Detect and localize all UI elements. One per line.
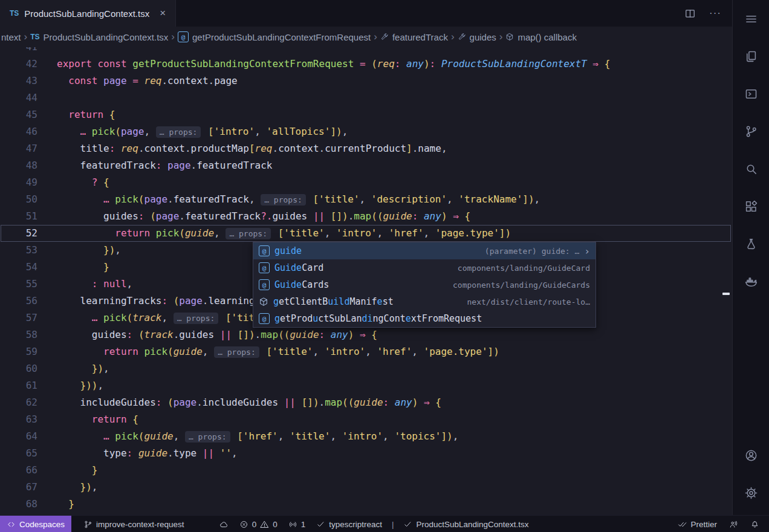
suggestion-label: guide bbox=[274, 245, 302, 256]
branch-indicator[interactable]: improve-context-request bbox=[82, 520, 186, 529]
activity-bar bbox=[732, 0, 769, 515]
status-bar-right: Prettier bbox=[677, 516, 769, 532]
code-line-69[interactable]: 69} bbox=[0, 513, 732, 515]
line-number: 43 bbox=[0, 73, 37, 89]
suggestion-item-3[interactable]: getClientBuildManifestnext/dist/client/r… bbox=[253, 293, 595, 310]
suggestion-item-4[interactable]: @getProductSubLandingContextFromRequest bbox=[253, 310, 595, 327]
code-text: } bbox=[57, 496, 74, 513]
suggestion-detail: next/dist/client/route-lo… bbox=[467, 297, 591, 307]
testing-beaker-icon[interactable] bbox=[737, 230, 765, 258]
code-line-66[interactable]: 66 } bbox=[0, 462, 732, 479]
check-icon bbox=[403, 520, 412, 529]
file-lint-status[interactable]: ProductSubLandingContext.tsx bbox=[402, 520, 530, 529]
breadcrumb-item-5[interactable]: map() callback bbox=[505, 32, 577, 42]
breadcrumb-item-1[interactable]: TSProductSubLandingContext.tsx bbox=[30, 32, 168, 42]
overview-ruler-marker bbox=[722, 293, 730, 295]
code-line-59[interactable]: 59 return pick(guide, … props: ['title',… bbox=[0, 343, 732, 360]
more-actions-icon[interactable]: ··· bbox=[709, 7, 721, 19]
breadcrumb-item-4[interactable]: guides bbox=[458, 32, 496, 42]
code-line-52[interactable]: 52 return pick(guide, … props: ['title',… bbox=[0, 225, 732, 242]
code-text: guides: (track.guides || []).map((guide:… bbox=[57, 326, 377, 343]
code-line-61[interactable]: 61 })), bbox=[0, 377, 732, 394]
code-text: } bbox=[57, 462, 97, 479]
ports-indicator[interactable]: 1 bbox=[287, 520, 307, 529]
explorer-copy-icon[interactable] bbox=[737, 42, 765, 70]
remote-indicator-codespaces[interactable]: Codespaces bbox=[0, 516, 71, 532]
breadcrumb-separator-icon: › bbox=[171, 31, 175, 43]
suggestion-detail: components/landing/GuideCards bbox=[453, 281, 590, 290]
line-number: 55 bbox=[0, 276, 37, 293]
code-line-41[interactable]: 41 bbox=[0, 47, 732, 56]
cloud-icon bbox=[219, 520, 229, 529]
code-text: … pick(guide, … props: ['href', 'title',… bbox=[57, 428, 458, 445]
docker-icon[interactable] bbox=[737, 267, 765, 295]
code-line-63[interactable]: 63 return { bbox=[0, 411, 732, 428]
code-line-48[interactable]: 48 featuredTrack: page.featuredTrack bbox=[0, 157, 732, 174]
editor-group-actions: ··· bbox=[684, 0, 732, 27]
code-line-45[interactable]: 45 return { bbox=[0, 106, 732, 123]
breadcrumb-item-0[interactable]: ntext bbox=[1, 32, 21, 42]
close-tab-icon[interactable]: × bbox=[160, 7, 166, 19]
breadcrumb-separator-icon: › bbox=[374, 31, 377, 43]
search-icon[interactable] bbox=[737, 155, 765, 183]
line-number: 62 bbox=[0, 394, 37, 411]
suggestion-item-0[interactable]: @guide(parameter) guide: …› bbox=[253, 242, 595, 259]
code-line-58[interactable]: 58 guides: (track.guides || []).map((gui… bbox=[0, 326, 732, 343]
typescript-file-icon: TS bbox=[10, 9, 19, 18]
accounts-icon[interactable] bbox=[737, 441, 765, 469]
formatter-status[interactable]: Prettier bbox=[677, 520, 718, 529]
code-line-47[interactable]: 47 title: req.context.productMap[req.con… bbox=[0, 140, 732, 157]
notifications-bell-button[interactable] bbox=[749, 520, 761, 529]
line-number: 65 bbox=[0, 445, 37, 462]
ports-count: 1 bbox=[301, 520, 306, 529]
active-tab[interactable]: TS ProductSubLandingContext.tsx × bbox=[0, 0, 176, 27]
code-line-43[interactable]: 43 const page = req.context.page bbox=[0, 73, 732, 89]
breadcrumb-item-3[interactable]: featuredTrack bbox=[380, 32, 448, 42]
code-line-44[interactable]: 44 bbox=[0, 89, 732, 106]
breadcrumb-label: ntext bbox=[1, 32, 21, 42]
menu-icon[interactable] bbox=[737, 5, 765, 33]
code-line-62[interactable]: 62 includeGuides: (page.includeGuides ||… bbox=[0, 394, 732, 411]
language-lint-status[interactable]: typescriptreact bbox=[315, 520, 383, 529]
line-number: 52 bbox=[0, 225, 37, 242]
chevron-right-icon[interactable]: › bbox=[584, 245, 590, 257]
extensions-icon[interactable] bbox=[737, 192, 765, 220]
code-line-65[interactable]: 65 type: guide.type || '', bbox=[0, 445, 732, 462]
suggestion-detail: components/landing/GuideCard bbox=[458, 264, 590, 273]
editor[interactable]: 4142export const getProductSubLandingCon… bbox=[0, 47, 732, 515]
warning-icon bbox=[260, 520, 269, 529]
broadcast-icon bbox=[288, 520, 297, 529]
tab-title: ProductSubLandingContext.tsx bbox=[24, 8, 149, 19]
tab-bar: TS ProductSubLandingContext.tsx × ··· bbox=[0, 0, 732, 27]
status-bar-left: Codespaces improve-context-request 0 0 1… bbox=[0, 516, 530, 532]
code-line-64[interactable]: 64 … pick(guide, … props: ['href', 'titl… bbox=[0, 428, 732, 445]
line-number: 60 bbox=[0, 360, 37, 377]
suggestion-item-1[interactable]: @GuideCardcomponents/landing/GuideCard bbox=[253, 259, 595, 276]
code-line-46[interactable]: 46 … pick(page, … props: ['intro', 'allT… bbox=[0, 123, 732, 140]
code-line-68[interactable]: 68 } bbox=[0, 496, 732, 513]
symbol-parameter-icon: @ bbox=[178, 31, 189, 42]
person-broadcast-button[interactable] bbox=[728, 520, 739, 529]
code-line-42[interactable]: 42export const getProductSubLandingConte… bbox=[0, 56, 732, 73]
line-number: 46 bbox=[0, 123, 37, 140]
settings-gear-icon[interactable] bbox=[737, 479, 765, 507]
code-line-67[interactable]: 67 }), bbox=[0, 479, 732, 496]
symbol-parameter-icon: @ bbox=[259, 313, 270, 324]
code-line-60[interactable]: 60 }), bbox=[0, 360, 732, 377]
problems-indicator[interactable]: 0 0 bbox=[238, 520, 279, 529]
typescript-file-icon: TS bbox=[30, 33, 39, 41]
code-line-49[interactable]: 49 ? { bbox=[0, 174, 732, 191]
suggestion-item-2[interactable]: @GuideCardscomponents/landing/GuideCards bbox=[253, 276, 595, 293]
line-number: 48 bbox=[0, 157, 37, 174]
split-editor-icon[interactable] bbox=[684, 8, 696, 19]
sync-cloud-button[interactable] bbox=[218, 520, 230, 529]
suggestion-detail: (parameter) guide: … bbox=[485, 247, 580, 256]
source-control-icon[interactable] bbox=[737, 117, 765, 145]
remote-window-icon[interactable] bbox=[737, 80, 765, 108]
code-text: return pick(guide, … props: ['title', 'i… bbox=[57, 343, 499, 360]
code-line-50[interactable]: 50 … pick(page.featuredTrack, … props: [… bbox=[0, 191, 732, 208]
symbol-parameter-icon: @ bbox=[259, 262, 270, 273]
code-line-51[interactable]: 51 guides: (page.featuredTrack?.guides |… bbox=[0, 208, 732, 225]
line-number: 54 bbox=[0, 259, 37, 276]
breadcrumb-item-2[interactable]: @getProductSubLandingContextFromRequest bbox=[178, 31, 371, 42]
